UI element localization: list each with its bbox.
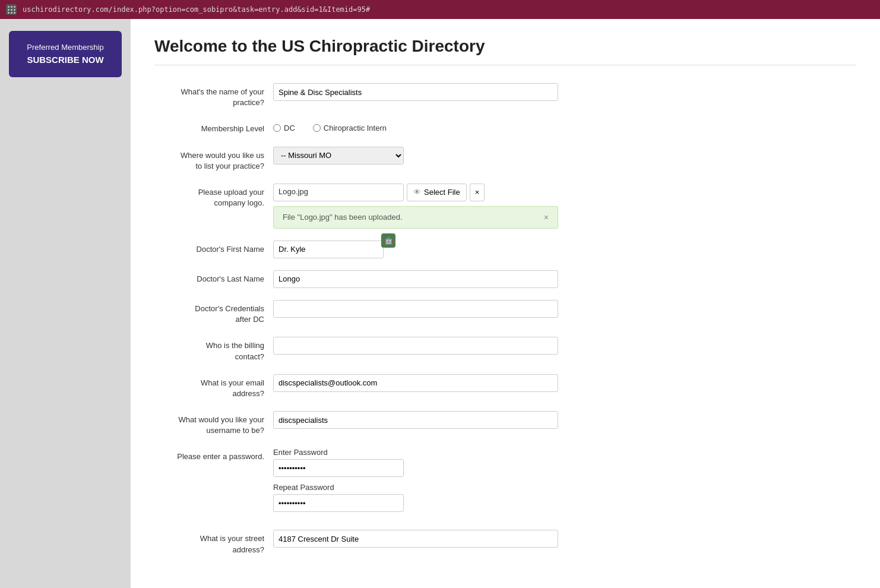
upload-row: Please upload yourcompany logo. Logo.jpg… <box>154 184 856 229</box>
file-name-display: Logo.jpg <box>273 184 404 201</box>
street-address-row: What is your streetaddress? <box>154 530 856 555</box>
doctor-firstname-input[interactable] <box>273 241 384 258</box>
location-select[interactable]: -- Missouri MO Alabama AL Alaska AK Ariz… <box>273 147 404 165</box>
upload-success-message: File "Logo.jpg" has been uploaded. × <box>273 206 558 229</box>
file-upload-area: Logo.jpg 👁 Select File × <box>273 184 558 201</box>
radio-intern-text: Chiropractic Intern <box>324 124 387 132</box>
username-input[interactable] <box>273 411 558 429</box>
email-row: What is your emailaddress? <box>154 374 856 399</box>
billing-contact-input[interactable] <box>273 337 558 355</box>
membership-radio-group: DC Chiropractic Intern <box>273 120 558 132</box>
credentials-row: Doctor's Credentialsafter DC <box>154 300 856 325</box>
username-label: What would you like yourusername to be? <box>154 411 273 436</box>
repeat-password-input[interactable] <box>273 494 404 512</box>
password-row: Please enter a password. Enter Password … <box>154 448 856 518</box>
password-input[interactable] <box>273 459 404 477</box>
radio-dc-label[interactable]: DC <box>273 124 295 132</box>
practice-name-label: What's the name of your practice? <box>154 83 273 108</box>
radio-dc-text: DC <box>284 124 295 132</box>
clear-file-button[interactable]: × <box>470 184 485 201</box>
radio-intern[interactable] <box>313 124 321 132</box>
radio-dc[interactable] <box>273 124 281 132</box>
email-input[interactable] <box>273 374 558 392</box>
membership-level-label: Membership Level <box>154 120 273 134</box>
email-label: What is your emailaddress? <box>154 374 273 399</box>
location-row: Where would you like usto list your prac… <box>154 147 856 172</box>
subscribe-line2: SUBSCRIBE NOW <box>21 53 110 67</box>
street-address-input[interactable] <box>273 530 558 548</box>
repeat-password-wrap: Repeat Password <box>273 483 558 512</box>
doctor-firstname-row: Doctor's First Name 🤖 <box>154 241 856 258</box>
practice-name-input[interactable] <box>273 83 558 101</box>
billing-contact-label: Who is the billingcontact? <box>154 337 273 362</box>
enter-password-wrap: Enter Password <box>273 448 558 477</box>
top-bar: uschirodirectory.com/index.php?option=co… <box>0 0 880 19</box>
doctor-lastname-row: Doctor's Last Name <box>154 270 856 288</box>
sidebar: Preferred Membership SUBSCRIBE NOW <box>0 19 131 588</box>
street-address-label: What is your streetaddress? <box>154 530 273 555</box>
radio-intern-label[interactable]: Chiropractic Intern <box>313 124 387 132</box>
select-file-label: Select File <box>424 188 460 197</box>
billing-contact-row: Who is the billingcontact? <box>154 337 856 362</box>
eye-icon: 👁 <box>413 188 421 197</box>
credentials-label: Doctor's Credentialsafter DC <box>154 300 273 325</box>
repeat-password-label: Repeat Password <box>273 483 558 492</box>
upload-success-text: File "Logo.jpg" has been uploaded. <box>283 213 403 222</box>
doctor-firstname-label: Doctor's First Name <box>154 241 273 255</box>
url-bar: uschirodirectory.com/index.php?option=co… <box>23 5 370 14</box>
enter-password-label: Enter Password <box>273 448 558 457</box>
page-title: Welcome to the US Chiropractic Directory <box>154 37 856 65</box>
select-file-button[interactable]: 👁 Select File <box>407 184 467 201</box>
subscribe-line1: Preferred Membership <box>21 42 110 53</box>
robot-icon: 🤖 <box>381 233 395 248</box>
close-upload-success[interactable]: × <box>544 213 549 222</box>
practice-name-row: What's the name of your practice? <box>154 83 856 108</box>
credentials-input[interactable] <box>273 300 558 318</box>
robot-icon-area: 🤖 <box>273 241 384 258</box>
doctor-lastname-label: Doctor's Last Name <box>154 270 273 284</box>
main-content: Welcome to the US Chiropractic Directory… <box>131 19 880 588</box>
browser-icon <box>6 4 17 15</box>
location-label: Where would you like usto list your prac… <box>154 147 273 172</box>
membership-level-row: Membership Level DC Chiropractic Intern <box>154 120 856 134</box>
password-label: Please enter a password. <box>154 448 273 462</box>
doctor-lastname-input[interactable] <box>273 270 558 288</box>
subscribe-button[interactable]: Preferred Membership SUBSCRIBE NOW <box>9 31 122 77</box>
upload-label: Please upload yourcompany logo. <box>154 184 273 208</box>
username-row: What would you like yourusername to be? <box>154 411 856 436</box>
